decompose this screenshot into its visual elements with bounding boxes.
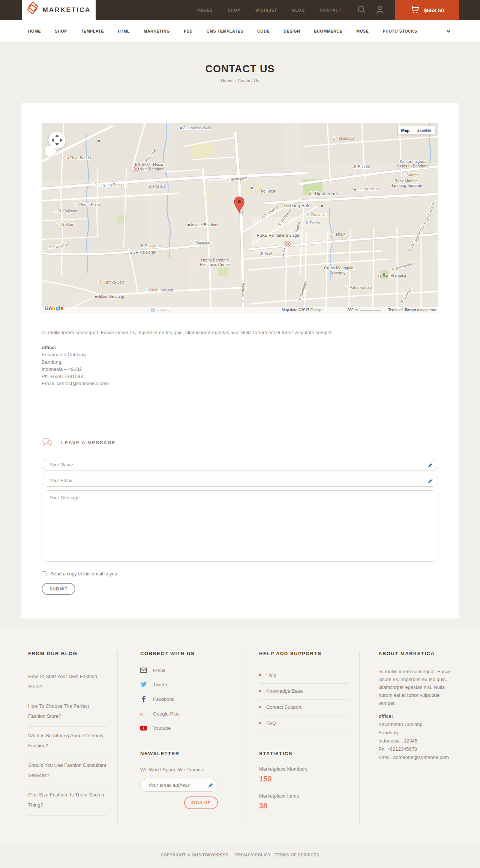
footer-help-link[interactable]: Knowladge Base <box>259 684 349 700</box>
social-link-google-plus[interactable]: g+Google Plus <box>140 711 230 717</box>
category-nav-item[interactable]: HOME <box>28 29 41 33</box>
submit-button[interactable]: SUBMIT <box>42 583 75 595</box>
connect-heading: CONNECT WITH US <box>140 651 230 656</box>
hospital-icon: H <box>286 242 290 246</box>
google-map[interactable]: Champelas WalkJl. HasanudinRaja SundaJl.… <box>42 123 438 313</box>
footer-legal-link[interactable]: PRIVACY POLICY <box>236 853 271 857</box>
category-nav-item[interactable]: PHOTO STOCKS <box>382 29 417 33</box>
map-label: Siliwangi <box>331 270 346 275</box>
breadcrumb-home[interactable]: Home <box>221 78 232 83</box>
social-link-label: Google Plus <box>153 711 180 717</box>
message-textarea[interactable] <box>42 490 438 562</box>
footer-help-link[interactable]: Contact Support <box>259 700 349 716</box>
footer-blog-link[interactable]: What is So Alluring About Celebrity Fash… <box>28 727 107 756</box>
map-label: Jl. Merdeka <box>240 282 245 302</box>
map-label: Jl. Dr. Rajiman <box>52 209 77 213</box>
blog-heading: FROM OUR BLOG <box>28 651 107 656</box>
category-nav-item[interactable]: DESIGN <box>284 29 300 33</box>
map-label: Electronic Center <box>200 262 230 267</box>
email-input[interactable] <box>42 475 438 487</box>
category-nav-item[interactable]: ECOMMERCE <box>314 29 343 33</box>
social-link-email[interactable]: Email <box>140 668 230 673</box>
map-view-button[interactable]: Map <box>398 126 413 134</box>
newsletter-tagline: We Won't Spam, We Promise <box>140 767 230 772</box>
map-data-credit: Map data ©2015 Google <box>282 308 322 312</box>
search-icon[interactable] <box>357 5 366 15</box>
stat-value: 159 <box>259 775 349 783</box>
youtube-icon <box>140 726 147 731</box>
map-canvas: Champelas WalkJl. HasanudinRaja SundaJl.… <box>42 123 438 313</box>
about-office-address: office: Kecamatan CoblongBandung.Indones… <box>378 712 452 762</box>
category-nav-item[interactable]: HTML <box>118 29 130 33</box>
bullet-icon <box>259 706 261 708</box>
social-link-youtube[interactable]: Youtube <box>140 725 230 731</box>
copyright-text: COPYRIGHT © 2015 TOKOPRESS <box>161 853 229 857</box>
satellite-view-button[interactable]: Satellite <box>413 126 435 134</box>
bullet-icon <box>259 690 261 692</box>
chevron-down-icon[interactable] <box>446 30 451 33</box>
user-icon[interactable] <box>376 5 384 15</box>
map-label: Jl. Diponegoro <box>309 191 338 196</box>
signup-button[interactable]: SIGN UP <box>184 796 218 809</box>
footer-blog-link[interactable]: How To Start Your Own Fashion Store? <box>28 668 107 697</box>
category-nav-item[interactable]: CODE <box>257 29 270 33</box>
report-map-error-link[interactable]: Report a map error <box>405 308 436 312</box>
help-link-label: FAQ <box>266 720 276 726</box>
top-nav-item[interactable]: CONTACT <box>320 8 342 12</box>
copyright-separator: . <box>271 853 275 857</box>
chat-bubbles-icon <box>42 438 53 448</box>
breadcrumb: Home›Contact Us <box>0 78 480 83</box>
category-nav-item[interactable]: CMS TEMPLATES <box>207 29 243 33</box>
footer-blog-link[interactable]: Plus Size Fashion: Is There Such a Thing… <box>28 786 107 816</box>
footer-help-link[interactable]: FAQ <box>259 716 349 732</box>
map-label: Raja Sunda <box>70 155 91 160</box>
hotel-icon <box>97 139 101 143</box>
map-label: Jl. Bondol <box>353 165 370 169</box>
footer-blog-link[interactable]: Should You Use Fashion Consultant Servic… <box>28 756 107 786</box>
category-nav-item[interactable]: MARKETING <box>144 29 170 33</box>
top-nav-item[interactable]: SHOP <box>228 8 240 12</box>
map-label: Jl. Hasanudin <box>333 136 356 140</box>
svg-text:g+: g+ <box>140 711 145 716</box>
cart-button[interactable]: $653.50 <box>395 0 459 20</box>
footer-help-link[interactable]: Help <box>259 668 349 684</box>
top-header: MARKETICA PAGESSHOPWISHLISTBLOGCONTACT $… <box>0 0 480 20</box>
restaurant-icon <box>98 281 102 285</box>
newsletter-email-input[interactable] <box>140 779 218 792</box>
send-copy-checkbox-row[interactable]: Send a copy of this email to you <box>42 571 438 577</box>
top-nav-item[interactable]: BLOG <box>292 8 305 12</box>
map-label: Bank Mandiri <box>394 179 417 183</box>
social-link-label: Email <box>153 668 165 673</box>
social-link-facebook[interactable]: Facebook <box>140 696 230 702</box>
category-nav-item[interactable]: TEMPLATE <box>81 29 104 33</box>
category-nav-item[interactable]: SHOP <box>55 29 67 33</box>
category-nav-item[interactable]: PSD <box>184 29 193 33</box>
cart-total: $653.50 <box>424 7 444 13</box>
restaurant-icon <box>74 203 78 207</box>
help-link-label: Contact Support <box>266 704 302 710</box>
park-icon <box>382 273 386 276</box>
name-input[interactable] <box>42 459 438 471</box>
map-label: Gedung Sate <box>284 203 311 208</box>
office-line: Kecamatan Coblong <box>378 720 452 729</box>
svg-text:H: H <box>287 242 289 246</box>
map-label: Jl. Aceh <box>260 252 273 256</box>
map-label: Taman Pramuka <box>378 273 406 278</box>
logo[interactable]: MARKETICA <box>22 0 96 20</box>
office-line: Bandung. <box>378 729 452 737</box>
send-copy-checkbox[interactable] <box>42 571 46 576</box>
social-link-twitter[interactable]: Twitter <box>140 682 230 687</box>
google-logo[interactable]: Google <box>45 305 63 311</box>
map-label: Hilton Bandung <box>97 294 124 299</box>
map-label: Novotel Bandung <box>189 223 220 227</box>
top-nav-item[interactable]: PAGES <box>197 8 213 12</box>
googleplus-icon: g+ <box>140 711 147 717</box>
map-zoom-control[interactable] <box>45 146 56 157</box>
footer-legal-link[interactable]: TERMS OF SERVICES <box>275 853 319 857</box>
map-label: Jl. Pajajaran <box>140 244 160 248</box>
footer-about-column: ABOUT MARKETICA ec mollis lorem consequa… <box>359 651 459 823</box>
map-label: RSKB Halmahera Siaga <box>257 233 299 238</box>
footer-blog-link[interactable]: How To Choose The Perfect Fashion Store? <box>28 697 107 727</box>
top-nav-item[interactable]: WISHLIST <box>255 8 277 12</box>
category-nav-item[interactable]: MUSE <box>356 29 369 33</box>
